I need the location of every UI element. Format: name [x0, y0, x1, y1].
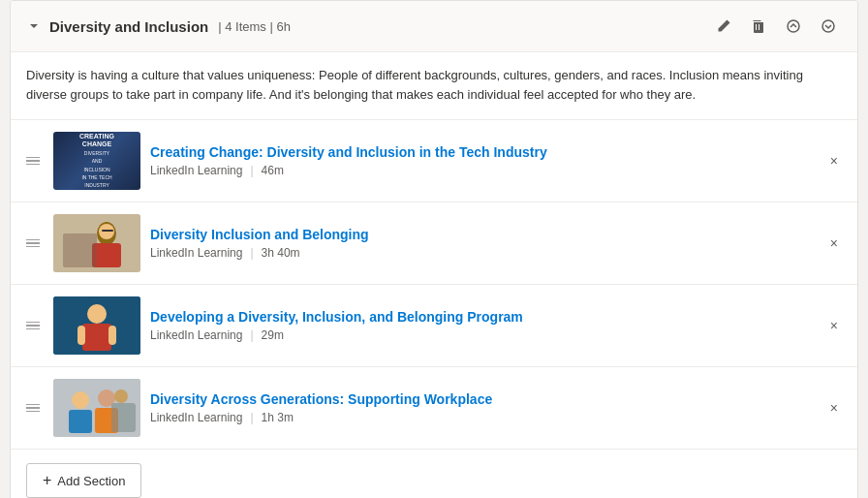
course-thumbnail — [53, 214, 140, 272]
meta-divider: | — [250, 411, 253, 424]
remove-course-button[interactable]: × — [826, 232, 842, 255]
meta-divider: | — [250, 164, 253, 177]
thumbnail-image — [53, 214, 140, 272]
drag-handle[interactable] — [26, 404, 40, 413]
main-container: Diversity and Inclusion | 4 Items | 6h — [10, 0, 858, 498]
add-icon: + — [43, 472, 51, 489]
course-thumbnail — [53, 296, 140, 355]
edit-icon — [716, 18, 731, 34]
course-list: CREATINGCHANGEDIVERSITY AND INCLUSIONIN … — [11, 120, 857, 450]
svg-rect-5 — [63, 233, 97, 267]
course-title[interactable]: Diversity Across Generations: Supporting… — [150, 391, 817, 407]
course-title[interactable]: Creating Change: Diversity and Inclusion… — [150, 144, 817, 160]
svg-point-19 — [114, 389, 128, 403]
list-item: Diversity Across Generations: Supporting… — [11, 367, 857, 450]
svg-point-14 — [72, 391, 89, 409]
section-meta: | 4 Items | 6h — [218, 19, 291, 34]
svg-point-9 — [87, 304, 107, 324]
drag-handle[interactable] — [26, 322, 40, 330]
add-section-label: Add Section — [57, 474, 125, 488]
course-duration: 29m — [262, 328, 284, 342]
meta-divider: | — [250, 246, 253, 260]
svg-rect-7 — [102, 230, 113, 232]
section-header: Diversity and Inclusion | 4 Items | 6h — [11, 1, 857, 52]
course-provider: LinkedIn Learning — [150, 164, 242, 177]
course-meta: LinkedIn Learning | 3h 40m — [150, 246, 817, 260]
move-down-icon — [821, 18, 836, 34]
course-title[interactable]: Developing a Diversity, Inclusion, and B… — [150, 309, 817, 325]
svg-rect-12 — [108, 326, 116, 345]
drag-handle[interactable] — [26, 239, 40, 248]
course-meta: LinkedIn Learning | 1h 3m — [150, 411, 817, 424]
move-up-button[interactable] — [780, 13, 807, 40]
course-provider: LinkedIn Learning — [150, 246, 242, 260]
course-meta: LinkedIn Learning | 46m — [150, 164, 817, 177]
course-info: Developing a Diversity, Inclusion, and B… — [150, 309, 817, 342]
thumbnail-image — [53, 296, 140, 355]
move-down-button[interactable] — [815, 13, 842, 40]
svg-rect-18 — [111, 403, 136, 432]
edit-button[interactable] — [710, 13, 737, 40]
list-item: CREATINGCHANGEDIVERSITY AND INCLUSIONIN … — [11, 120, 857, 202]
svg-point-1 — [822, 20, 834, 32]
course-provider: LinkedIn Learning — [150, 328, 242, 342]
remove-course-button[interactable]: × — [826, 149, 842, 172]
footer: + Add Section — [11, 450, 857, 498]
meta-divider: | — [250, 328, 253, 342]
chevron-down-icon — [26, 18, 42, 34]
trash-icon — [751, 18, 766, 34]
course-duration: 3h 40m — [262, 246, 300, 260]
course-info: Diversity Inclusion and Belonging Linked… — [150, 227, 817, 260]
list-item: Diversity Inclusion and Belonging Linked… — [11, 202, 857, 285]
thumbnail-label: CREATINGCHANGEDIVERSITY AND INCLUSIONIN … — [76, 133, 119, 190]
svg-point-0 — [788, 20, 799, 32]
course-meta: LinkedIn Learning | 29m — [150, 328, 817, 342]
course-duration: 1h 3m — [262, 411, 294, 424]
drag-handle[interactable] — [26, 157, 40, 166]
section-description: Diversity is having a culture that value… — [11, 52, 857, 120]
course-thumbnail: CREATINGCHANGEDIVERSITY AND INCLUSIONIN … — [53, 132, 140, 190]
course-info: Diversity Across Generations: Supporting… — [150, 391, 817, 424]
svg-rect-15 — [69, 410, 92, 433]
move-up-icon — [786, 18, 801, 34]
delete-button[interactable] — [745, 13, 772, 40]
course-info: Creating Change: Diversity and Inclusion… — [150, 144, 817, 177]
course-provider: LinkedIn Learning — [150, 411, 242, 424]
svg-rect-11 — [78, 326, 85, 345]
header-actions — [710, 13, 842, 40]
course-thumbnail — [53, 379, 140, 437]
course-title[interactable]: Diversity Inclusion and Belonging — [150, 227, 817, 242]
course-duration: 46m — [262, 164, 284, 177]
section-title: Diversity and Inclusion — [49, 18, 208, 35]
remove-course-button[interactable]: × — [826, 314, 842, 337]
remove-course-button[interactable]: × — [826, 396, 842, 420]
list-item: Developing a Diversity, Inclusion, and B… — [11, 285, 857, 367]
svg-rect-10 — [82, 324, 111, 351]
add-section-button[interactable]: + Add Section — [26, 463, 141, 498]
thumbnail-image — [53, 379, 140, 437]
